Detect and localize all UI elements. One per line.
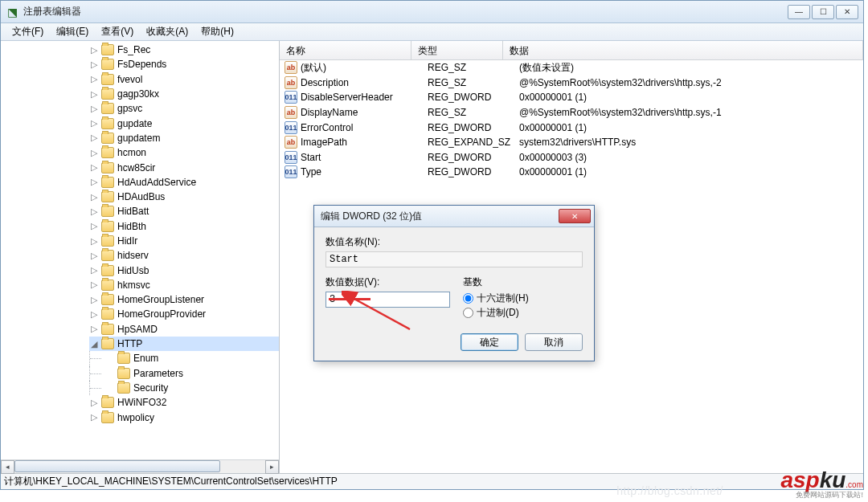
radio-dec-row[interactable]: 十进制(D) xyxy=(463,306,583,320)
menu-file[interactable]: 文件(F) xyxy=(6,23,50,40)
tree-item[interactable]: ▷hcmon xyxy=(89,145,279,160)
radio-hex-row[interactable]: 十六进制(H) xyxy=(463,292,583,305)
tree-item[interactable]: ▷HpSAMD xyxy=(89,322,279,337)
tree-item[interactable]: ▷hidserv xyxy=(89,248,279,263)
expander-icon[interactable]: ▷ xyxy=(89,412,99,422)
menubar: 文件(F) 编辑(E) 查看(V) 收藏夹(A) 帮助(H) xyxy=(1,23,863,41)
expander-icon[interactable]: ▷ xyxy=(89,398,99,408)
scroll-thumb[interactable] xyxy=(14,460,220,472)
col-name[interactable]: 名称 xyxy=(280,41,411,59)
expander-icon[interactable]: ▷ xyxy=(89,295,99,305)
expander-icon[interactable]: ▷ xyxy=(89,45,99,55)
tree-item[interactable]: ▷HidIr xyxy=(89,234,279,248)
scroll-track[interactable] xyxy=(14,460,265,474)
list-row[interactable]: 011TypeREG_DWORD0x00000001 (1) xyxy=(280,165,863,180)
expander-icon[interactable]: ▷ xyxy=(89,251,99,261)
tree-item[interactable]: Enum xyxy=(89,351,279,365)
tree-item[interactable]: Parameters xyxy=(89,366,279,381)
dialog-close-button[interactable]: ✕ xyxy=(559,209,591,223)
tree-hscrollbar[interactable]: ◂ ▸ xyxy=(1,459,279,473)
scroll-left-button[interactable]: ◂ xyxy=(1,460,14,474)
menu-view[interactable]: 查看(V) xyxy=(95,23,140,40)
maximize-button[interactable]: ☐ xyxy=(812,5,834,19)
col-data[interactable]: 数据 xyxy=(503,41,863,59)
expander-icon[interactable]: ▷ xyxy=(89,192,99,202)
tree-item[interactable]: ▷hcw85cir xyxy=(89,160,279,174)
tree-item[interactable]: ▷gpsvc xyxy=(89,101,279,116)
expander-icon[interactable]: ▷ xyxy=(89,148,99,158)
tree-item[interactable]: ▷HidBth xyxy=(89,219,279,234)
list-row[interactable]: ab(默认)REG_SZ(数值未设置) xyxy=(280,60,863,76)
radio-hex[interactable] xyxy=(463,293,473,304)
cancel-button[interactable]: 取消 xyxy=(525,333,583,351)
tree-item[interactable]: ◢HTTP xyxy=(89,337,279,351)
window-controls: — ☐ ✕ xyxy=(788,5,858,19)
app-icon: ⬔ xyxy=(6,6,18,18)
tree-item[interactable]: ▷hwpolicy xyxy=(89,410,279,424)
radio-hex-label: 十六进制(H) xyxy=(477,292,529,305)
expander-icon[interactable]: ▷ xyxy=(89,89,99,100)
folder-icon xyxy=(101,133,114,144)
tree-item[interactable]: ▷gupdate xyxy=(89,116,279,130)
ok-button[interactable]: 确定 xyxy=(461,333,518,351)
tree-item[interactable]: ▷gupdatem xyxy=(89,131,279,145)
tree-item[interactable]: ▷Fs_Rec xyxy=(89,43,279,57)
expander-icon[interactable]: ▷ xyxy=(89,221,99,231)
folder-icon xyxy=(117,382,130,394)
tree-item[interactable]: ▷FsDepends xyxy=(89,57,279,71)
value-type: REG_DWORD xyxy=(428,92,519,103)
value-name: (默认) xyxy=(301,61,428,75)
expander-icon[interactable]: ▷ xyxy=(89,265,99,275)
string-value-icon: ab xyxy=(285,61,297,74)
window-title: 注册表编辑器 xyxy=(23,5,788,18)
expander-icon[interactable]: ▷ xyxy=(89,324,99,334)
tree-item[interactable]: ▷HomeGroupProvider xyxy=(89,307,279,321)
expander-icon[interactable]: ▷ xyxy=(89,74,99,84)
list-row[interactable]: 011StartREG_DWORD0x00000003 (3) xyxy=(280,150,863,165)
expander-icon[interactable]: ▷ xyxy=(89,236,99,247)
list-row[interactable]: abImagePathREG_EXPAND_SZsystem32\drivers… xyxy=(280,135,863,150)
list-row[interactable]: abDisplayNameREG_SZ@%SystemRoot%\system3… xyxy=(280,105,863,120)
expander-icon[interactable]: ▷ xyxy=(89,118,99,129)
tree-item[interactable]: Security xyxy=(89,381,279,395)
folder-icon xyxy=(117,353,130,364)
list-row[interactable]: 011ErrorControlREG_DWORD0x00000001 (1) xyxy=(280,120,863,135)
folder-icon xyxy=(101,235,114,247)
expander-icon[interactable]: ▷ xyxy=(89,133,99,143)
radio-dec[interactable] xyxy=(463,308,473,318)
expander-icon[interactable]: ▷ xyxy=(89,206,99,217)
tree-label: Parameters xyxy=(133,368,183,379)
tree-label: Fs_Rec xyxy=(117,44,150,55)
menu-edit[interactable]: 编辑(E) xyxy=(50,23,95,40)
tree-item[interactable]: ▷fvevol xyxy=(89,72,279,87)
list-row[interactable]: abDescriptionREG_SZ@%SystemRoot%\system3… xyxy=(280,76,863,91)
minimize-button[interactable]: — xyxy=(788,5,810,19)
tree-item[interactable]: ▷hkmsvc xyxy=(89,278,279,292)
string-value-icon: ab xyxy=(285,76,297,89)
dword-value-icon: 011 xyxy=(285,151,297,164)
menu-favorites[interactable]: 收藏夹(A) xyxy=(140,23,194,40)
value-data: 0x00000001 (1) xyxy=(519,166,863,178)
menu-help[interactable]: 帮助(H) xyxy=(194,23,240,40)
list-row[interactable]: 011DisableServerHeaderREG_DWORD0x0000000… xyxy=(280,90,863,105)
expander-icon[interactable]: ▷ xyxy=(89,177,99,187)
tree-item[interactable]: ▷HomeGroupListener xyxy=(89,292,279,307)
col-type[interactable]: 类型 xyxy=(411,41,503,59)
expander-icon[interactable]: ▷ xyxy=(89,59,99,70)
close-button[interactable]: ✕ xyxy=(836,5,858,19)
expander-icon[interactable]: ▷ xyxy=(89,280,99,290)
expander-icon[interactable]: ▷ xyxy=(89,162,99,173)
expander-icon[interactable]: ▷ xyxy=(89,104,99,114)
tree-item[interactable]: ▷HWiNFO32 xyxy=(89,395,279,410)
tree-item[interactable]: ▷gagp30kx xyxy=(89,87,279,101)
tree-item[interactable]: ▷HidUsb xyxy=(89,263,279,277)
tree-item[interactable]: ▷HdAudAddService xyxy=(89,175,279,190)
tree-item[interactable]: ▷HidBatt xyxy=(89,204,279,218)
expander-icon[interactable]: ▷ xyxy=(89,309,99,320)
expander-icon[interactable]: ◢ xyxy=(89,339,99,349)
dialog-title: 编辑 DWORD (32 位)值 xyxy=(314,210,559,223)
tree-viewport[interactable]: ▷Fs_Rec▷FsDepends▷fvevol▷gagp30kx▷gpsvc▷… xyxy=(1,41,279,459)
value-type: REG_DWORD xyxy=(428,152,519,163)
tree-item[interactable]: ▷HDAudBus xyxy=(89,190,279,204)
scroll-right-button[interactable]: ▸ xyxy=(265,460,279,474)
